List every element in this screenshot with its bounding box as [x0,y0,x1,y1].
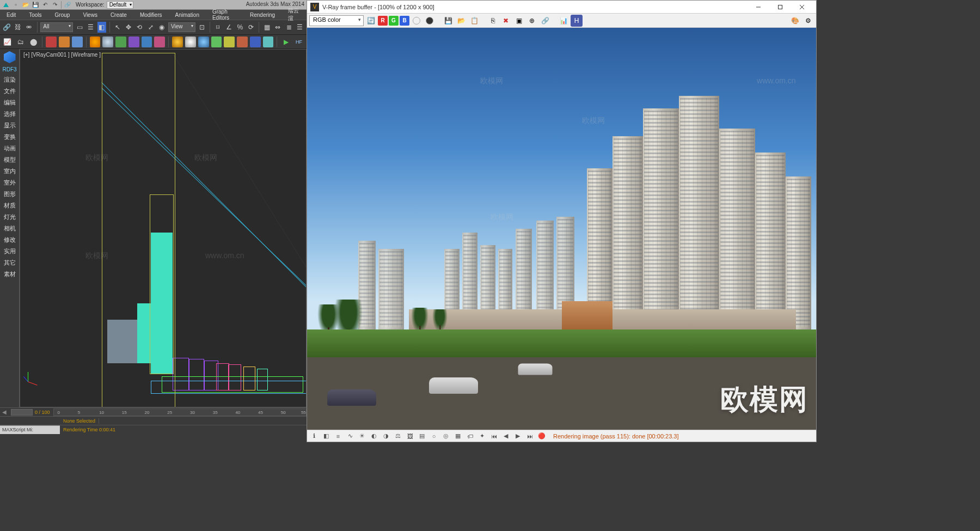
sun-icon[interactable] [90,36,101,47]
mirror-tool-icon[interactable]: ⇔ [273,22,282,33]
side-item-camera[interactable]: 相机 [4,224,16,233]
side-item-assets[interactable]: 素材 [4,270,16,278]
curve-icon[interactable]: ∿ [345,431,355,441]
pivot-center-icon[interactable]: ⊡ [198,22,206,33]
unlink-tool-icon[interactable]: ⛓ [14,22,22,33]
icc-icon[interactable]: ◎ [441,431,451,441]
new-icon[interactable]: ▫ [12,1,20,9]
align-tool-icon[interactable]: ≣ [284,22,293,33]
environment-icon[interactable] [115,36,126,47]
side-item-transform[interactable]: 变换 [4,133,16,141]
viewport-label[interactable]: [+] [VRayCam001 ] [Wireframe ] [23,52,101,58]
move-tool-icon[interactable]: ✥ [124,22,133,33]
maxscript-mini-listener[interactable]: MAXScript Mi: [0,425,60,434]
white-balance-icon[interactable]: ◐ [369,431,379,441]
exposure-icon[interactable]: ☀ [357,431,367,441]
color-corrections-icon[interactable]: 🎨 [789,15,801,27]
side-item-file[interactable]: 文件 [4,87,16,95]
vray-plane-icon[interactable] [211,36,222,47]
vray-ies-icon[interactable] [237,36,248,47]
redo-icon[interactable]: ↷ [51,1,59,9]
menu-animation[interactable]: Animation [175,12,199,18]
vray-light-icon[interactable] [185,36,196,47]
color-balance-icon[interactable]: ⚖ [393,431,403,441]
render-canvas[interactable]: 欧模网 欧模网 www.om.cn 欧模网 欧模网 [307,28,816,430]
side-item-edit[interactable]: 编辑 [4,99,16,107]
viewport[interactable]: [+] [VRayCam001 ] [Wireframe ] [20,49,307,407]
rotate-tool-icon[interactable]: ⟲ [135,22,144,33]
close-button[interactable] [791,1,813,13]
levels-icon[interactable]: ≡ [333,431,343,441]
vray-mesh-icon[interactable] [263,36,274,47]
vray-dome-icon[interactable] [198,36,209,47]
next-icon[interactable]: ▶ [513,431,523,441]
side-item-light[interactable]: 灯光 [4,213,16,221]
side-item-interior[interactable]: 室内 [4,167,16,175]
select-arrow-icon[interactable]: ↖ [113,22,122,33]
side-item-shape[interactable]: 图形 [4,190,16,198]
side-item-animation[interactable]: 动画 [4,144,16,152]
vray-sphere-icon[interactable] [224,36,235,47]
stop-render-icon[interactable]: ✖ [500,15,512,27]
material-editor-icon[interactable]: ⬤ [28,36,39,47]
vfb-settings-icon[interactable]: ⚙ [802,15,814,27]
angle-snap-icon[interactable]: ∠ [224,22,233,33]
light-lister-icon[interactable] [154,36,165,47]
select-object-icon[interactable]: ▭ [75,22,84,33]
srgb-icon[interactable]: ▦ [453,431,463,441]
curve-editor-icon[interactable]: 📈 [2,36,13,47]
prev-icon[interactable]: ◀ [501,431,511,441]
ocio-icon[interactable]: ○ [429,431,439,441]
bloom-icon[interactable]: ✦ [477,431,487,441]
menu-edit[interactable]: Edit [7,12,16,18]
duplicate-icon[interactable]: ⎘ [487,15,499,27]
raytrace-icon[interactable] [142,36,152,47]
menu-group[interactable]: Group [55,12,70,18]
link-tool-icon[interactable]: 🔗 [2,22,11,33]
sky-icon[interactable] [102,36,113,47]
side-item-material[interactable]: 材质 [4,202,16,210]
blue-channel-toggle[interactable]: B [400,16,409,26]
red-channel-toggle[interactable]: R [378,16,388,26]
workspace-dropdown[interactable]: Default [107,1,134,9]
switch-channel-icon[interactable]: 🔄 [365,15,377,27]
open-icon[interactable]: 📂 [22,1,29,9]
render-frame-icon[interactable] [59,36,70,47]
link-pdplayer-icon[interactable]: 🔗 [539,15,551,27]
effects-icon[interactable] [128,36,139,47]
clear-image-icon[interactable]: 📋 [468,15,480,27]
corrections-toggle-icon[interactable]: ◧ [321,431,331,441]
corrections-icon[interactable]: 📊 [558,15,569,27]
region-render-icon[interactable]: ▣ [513,15,525,27]
side-item-other[interactable]: 其它 [4,259,16,267]
spinner-snap-icon[interactable]: ⟳ [247,22,255,33]
menu-tools[interactable]: Tools [29,12,41,18]
side-item-modify[interactable]: 修改 [4,236,16,244]
menu-modifiers[interactable]: Modifiers [140,12,162,18]
app-icon[interactable] [2,1,10,9]
side-item-render[interactable]: 渲染 [4,76,16,84]
side-item-model[interactable]: 模型 [4,156,16,164]
pixel-info-icon[interactable]: ℹ [309,431,319,441]
menu-rendering[interactable]: Rendering [250,12,275,18]
mono-channel-icon[interactable] [424,15,436,27]
green-channel-toggle[interactable]: G [389,16,399,26]
snap-toggle-icon[interactable]: ⌑ [213,22,222,33]
minimize-button[interactable] [748,1,769,13]
vfb-titlebar[interactable]: V V-Ray frame buffer - [100% of 1200 x 9… [307,1,816,14]
select-region-icon[interactable]: ◧ [97,22,106,33]
save-image-icon[interactable]: 💾 [442,15,454,27]
track-mouse-icon[interactable]: ⊕ [526,15,538,27]
vray-ambient-icon[interactable] [250,36,261,47]
scale-tool-icon[interactable]: ⤢ [146,22,155,33]
load-image-icon[interactable]: 📂 [455,15,467,27]
layers-icon[interactable]: ☰ [296,22,304,33]
percent-snap-icon[interactable]: % [236,22,244,33]
side-item-utility[interactable]: 实用 [4,247,16,255]
link-icon[interactable]: 🔗 [64,1,71,9]
undo-icon[interactable]: ↶ [41,1,49,9]
vfb-history-icon[interactable]: H [571,15,583,27]
first-icon[interactable]: ⏮ [489,431,499,441]
bind-tool-icon[interactable]: ⚮ [24,22,33,33]
schematic-view-icon[interactable]: 🗂 [15,36,26,47]
